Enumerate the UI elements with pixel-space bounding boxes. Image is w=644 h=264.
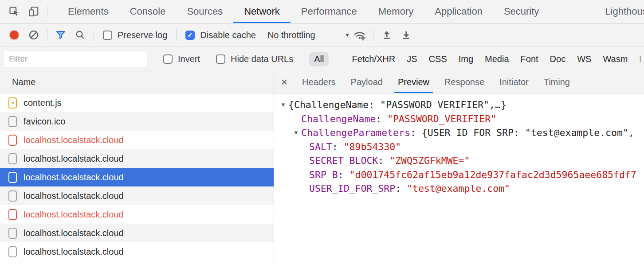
document-file-icon (8, 172, 17, 183)
toolbar-divider (373, 29, 373, 41)
json-plain: : (332, 141, 344, 152)
tab-network[interactable]: Network (233, 0, 291, 23)
json-plain: : (395, 183, 407, 194)
preserve-log-checkbox[interactable]: Preserve log (103, 30, 167, 40)
tree-node[interactable]: SALT: "89b54330" (274, 140, 644, 154)
filter-type-js[interactable]: JS (407, 54, 417, 64)
checkbox-unchecked (103, 31, 112, 40)
hide-data-urls-checkbox[interactable]: Hide data URLs (216, 54, 293, 64)
import-har-icon (381, 30, 392, 40)
document-file-icon (8, 246, 17, 257)
json-str: "d001745fc62af15eb9a12de937fafac2d3d5965… (349, 169, 636, 180)
filter-input[interactable] (4, 50, 147, 67)
inspect-element-button[interactable] (4, 2, 24, 21)
close-icon: ✕ (281, 77, 288, 87)
filter-type-css[interactable]: CSS (429, 54, 447, 64)
network-filter-bar: Invert Hide data URLs AllFetch/XHRJSCSSI… (0, 47, 644, 71)
network-request-row[interactable]: favicon.ico (0, 112, 274, 131)
request-name: localhost.localstack.cloud (24, 172, 124, 182)
network-request-row[interactable]: localhost.localstack.cloud (0, 168, 274, 186)
subtab-response[interactable]: Response (437, 71, 492, 93)
tree-node[interactable]: ChallengeName: "PASSWORD_VERIFIER" (274, 112, 644, 126)
json-str: "89b54330" (344, 141, 401, 152)
subtab-headers[interactable]: Headers (295, 71, 343, 93)
toggle-device-toolbar-button[interactable] (24, 2, 43, 21)
throttling-value: No throttling (267, 30, 315, 40)
name-column-header[interactable]: Name (0, 71, 274, 93)
import-har-button[interactable] (377, 25, 397, 45)
filter-type-font[interactable]: Font (521, 54, 538, 64)
filter-type-doc[interactable]: Doc (550, 54, 566, 64)
export-har-button[interactable] (397, 25, 416, 45)
tree-node[interactable]: USER_ID_FOR_SRP: "test@example.com" (274, 182, 644, 196)
clear-network-log-button[interactable] (24, 25, 43, 45)
throttling-select[interactable]: No throttling ▼ (267, 30, 350, 40)
request-type-filters: AllFetch/XHRJSCSSImgMediaFontDocWSWasmMa… (309, 52, 640, 66)
tab-console[interactable]: Console (119, 0, 177, 23)
tab-performance[interactable]: Performance (291, 0, 368, 23)
network-request-row[interactable]: localhost.localstack.cloud (0, 224, 274, 242)
filter-type-wasm[interactable]: Wasm (603, 54, 628, 64)
network-request-row[interactable]: localhost.localstack.cloud (0, 186, 274, 205)
tree-node[interactable]: SECRET_BLOCK: "ZWQ5ZGFkMWE=" (274, 154, 644, 168)
disable-cache-checkbox[interactable]: ✓ Disable cache (185, 30, 256, 40)
tab-elements[interactable]: Elements (57, 0, 119, 23)
subtab-timing[interactable]: Timing (536, 71, 577, 93)
close-detail-button[interactable]: ✕ (274, 71, 295, 93)
json-key: USER_ID_FOR_SRP (309, 183, 395, 194)
filter-type-manifest[interactable]: Manifest (639, 54, 640, 64)
name-column-label: Name (12, 77, 35, 87)
document-file-icon (8, 116, 17, 127)
request-name: localhost.localstack.cloud (24, 154, 124, 164)
tab-lighthouse[interactable]: Lighthouse (594, 0, 644, 23)
tab-application[interactable]: Application (424, 0, 493, 23)
filter-type-fetch-xhr[interactable]: Fetch/XHR (352, 54, 395, 64)
request-name: localhost.localstack.cloud (24, 247, 124, 257)
filter-type-media[interactable]: Media (485, 54, 509, 64)
devtools-window: ElementsConsoleSourcesNetworkPerformance… (0, 0, 644, 264)
network-conditions-button[interactable] (350, 25, 369, 45)
tree-node[interactable]: ▼ChallengeParameters: {USER_ID_FOR_SRP: … (274, 126, 644, 140)
json-str: "ZWQ5ZGFkMWE=" (389, 155, 470, 166)
network-request-row[interactable]: ‹›content.js (0, 93, 274, 112)
record-network-log-button[interactable] (4, 25, 24, 45)
network-request-row[interactable]: localhost.localstack.cloud (0, 205, 274, 224)
request-name: localhost.localstack.cloud (24, 210, 124, 220)
subtab-preview[interactable]: Preview (390, 71, 437, 93)
network-conditions-icon (353, 29, 366, 41)
tab-memory[interactable]: Memory (368, 0, 424, 23)
subtab-initiator[interactable]: Initiator (492, 71, 536, 93)
subtab-payload[interactable]: Payload (343, 71, 390, 93)
expand-arrow-icon[interactable]: ▼ (280, 98, 288, 112)
invert-label: Invert (178, 54, 200, 64)
json-key: ChallengeParameters (301, 127, 410, 138)
tree-node[interactable]: ▼{ChallengeName: "PASSWORD_VERIFIER",…} (274, 98, 644, 112)
invert-checkbox[interactable]: Invert (163, 54, 200, 64)
document-file-icon (8, 190, 17, 202)
filter-type-all[interactable]: All (309, 52, 329, 66)
chevron-down-icon: ▼ (345, 32, 350, 38)
tab-sources[interactable]: Sources (176, 0, 233, 23)
json-key: ChallengeName (301, 113, 376, 124)
preserve-log-label: Preserve log (118, 30, 167, 40)
filter-type-img[interactable]: Img (459, 54, 473, 64)
toolbar-divider (94, 29, 94, 41)
device-toolbar-icon (28, 6, 39, 17)
tree-node[interactable]: SRP_B: "d001745fc62af15eb9a12de937fafac2… (274, 168, 644, 182)
checkbox-unchecked (216, 54, 225, 64)
search-button[interactable] (71, 25, 90, 45)
network-request-row[interactable]: localhost.localstack.cloud (0, 149, 274, 168)
request-name: content.js (24, 98, 62, 108)
network-request-row[interactable]: localhost.localstack.cloud (0, 131, 274, 149)
network-request-row[interactable]: localhost.localstack.cloud (0, 242, 274, 261)
json-key: SECRET_BLOCK (309, 155, 378, 166)
expand-arrow-icon[interactable]: ▼ (293, 126, 301, 140)
filter-type-ws[interactable]: WS (577, 54, 591, 64)
json-plain: : (376, 113, 387, 124)
request-name: localhost.localstack.cloud (24, 228, 124, 238)
tab-security[interactable]: Security (493, 0, 550, 23)
filter-toggle-button[interactable] (51, 25, 71, 45)
json-str: "test@example.com" (407, 183, 510, 194)
checkmark-icon: ✓ (187, 31, 193, 39)
document-file-icon (8, 209, 17, 220)
